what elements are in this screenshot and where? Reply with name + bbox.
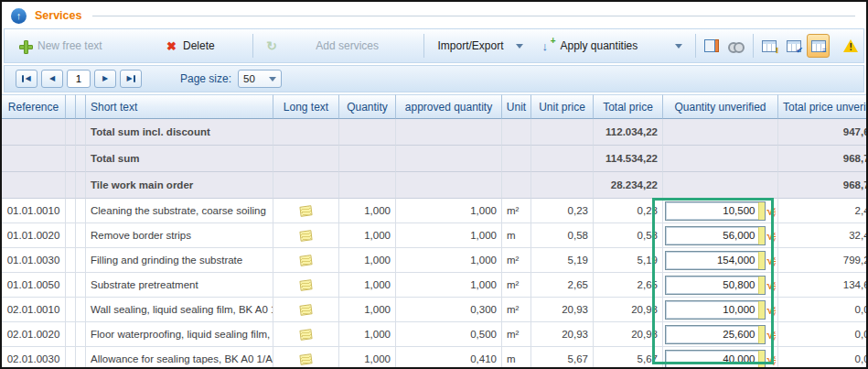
copy-view-button[interactable] bbox=[701, 34, 723, 58]
column-header-spacer bbox=[66, 94, 76, 119]
quantity-unverified-input[interactable]: 25,600 bbox=[665, 325, 766, 344]
quantity-calculation-icon[interactable]: √xy bbox=[767, 353, 776, 365]
cell-quantity bbox=[339, 146, 396, 172]
quantity-unverified-input[interactable]: 10,500 bbox=[665, 201, 766, 221]
apply-quantities-button[interactable]: ↓+ Apply quantities bbox=[532, 33, 691, 59]
cell-quantity_unverified bbox=[663, 119, 778, 146]
column-header-long_text[interactable]: Long text bbox=[273, 94, 339, 119]
long-text-note-icon[interactable] bbox=[299, 329, 312, 341]
first-page-button[interactable]: ◀ bbox=[16, 70, 38, 88]
column-header-unit_price[interactable]: Unit price bbox=[531, 94, 594, 119]
quantity-unverified-value: 154,000 bbox=[666, 255, 758, 266]
table-row[interactable]: 01.01.0030Filling and grinding the subst… bbox=[2, 248, 868, 273]
long-text-note-icon[interactable] bbox=[299, 205, 312, 217]
cell-long_text bbox=[273, 322, 339, 347]
summary-row[interactable]: Tile work main order28.234,22968,78 bbox=[2, 172, 868, 199]
table-row[interactable]: 01.01.0050Substrate pretreatment1,0001,0… bbox=[2, 273, 868, 298]
cell-spacer1 bbox=[66, 146, 76, 172]
cell-unit: m² bbox=[502, 199, 531, 223]
column-header-quantity_unverified[interactable]: Quantity unverified bbox=[663, 94, 778, 119]
section-header: ↑ Services bbox=[2, 2, 866, 27]
quantity-unverified-input[interactable]: 154,000 bbox=[665, 251, 766, 270]
quantity-calculation-icon[interactable]: √xy bbox=[767, 303, 776, 316]
column-header-reference[interactable]: Reference bbox=[2, 94, 66, 119]
chevron-down-icon bbox=[675, 44, 682, 49]
toolbar: New free text ✖ Delete ↻ Add services Im… bbox=[4, 28, 864, 63]
table-tree-view-button[interactable]: ≡ bbox=[807, 34, 830, 58]
cell-approved_quantity: 1,000 bbox=[396, 273, 502, 298]
quantity-calculation-icon[interactable]: √xy bbox=[767, 278, 776, 291]
delete-button[interactable]: ✖ Delete bbox=[157, 33, 249, 59]
cell-unit_price bbox=[531, 119, 594, 146]
navigate-up-icon[interactable]: ↑ bbox=[11, 8, 27, 24]
column-header-unit[interactable]: Unit bbox=[502, 94, 531, 119]
cell-spacer2 bbox=[76, 146, 86, 172]
cell-total_price: 20,93 bbox=[594, 322, 663, 347]
cell-short_text: Cleaning the substrate, coarse soiling bbox=[86, 199, 273, 223]
table-check-view-button[interactable]: ✔ bbox=[782, 34, 805, 58]
table-row[interactable]: 02.01.0020Floor waterproofing, liquid se… bbox=[2, 322, 868, 347]
delete-x-icon: ✖ bbox=[166, 40, 177, 52]
cell-short_text: Total sum bbox=[86, 146, 273, 172]
cell-quantity: 1,000 bbox=[339, 223, 396, 248]
page-size-select[interactable]: 50 bbox=[238, 70, 282, 88]
quantity-unverified-input[interactable]: 50,800 bbox=[665, 276, 766, 295]
cell-quantity_unverified bbox=[663, 146, 778, 172]
cell-reference: 01.01.0010 bbox=[2, 199, 66, 223]
quantity-unverified-input[interactable]: 10,000 bbox=[665, 300, 766, 320]
cell-spacer2 bbox=[76, 298, 86, 322]
quantity-unverified-input[interactable]: 56,000 bbox=[665, 226, 766, 245]
long-text-note-icon[interactable] bbox=[299, 353, 312, 365]
cell-quantity bbox=[339, 172, 396, 199]
column-header-total_price[interactable]: Total price bbox=[594, 94, 663, 119]
prev-page-button[interactable]: ◀ bbox=[41, 70, 63, 88]
last-page-button[interactable]: ▶ bbox=[120, 70, 142, 88]
cell-reference: 01.01.0020 bbox=[2, 223, 66, 248]
next-page-button[interactable]: ▶ bbox=[94, 70, 116, 88]
long-text-note-icon[interactable] bbox=[299, 304, 312, 316]
quantity-calculation-icon[interactable]: √xy bbox=[767, 229, 776, 242]
quantity-calculation-icon[interactable]: √xy bbox=[767, 254, 776, 266]
long-text-note-icon[interactable] bbox=[299, 255, 312, 266]
cell-long_text bbox=[273, 119, 339, 146]
import-export-label: Import/Export bbox=[437, 39, 503, 52]
cell-total_price_unverified: 0,00 bbox=[778, 298, 868, 322]
cell-approved_quantity: 1,000 bbox=[396, 223, 502, 248]
cell-unit: m² bbox=[502, 248, 531, 273]
long-text-note-icon[interactable] bbox=[299, 279, 312, 291]
plus-icon bbox=[19, 40, 31, 52]
quantity-calculation-icon[interactable]: √xy bbox=[767, 328, 776, 341]
binoculars-button[interactable] bbox=[725, 34, 748, 58]
import-export-button[interactable]: Import/Export bbox=[428, 33, 531, 59]
quantity-unverified-value: 10,000 bbox=[666, 304, 758, 315]
column-header-approved_quantity[interactable]: approved quantity bbox=[396, 94, 502, 119]
summary-row[interactable]: Total sum114.534,22968,78 bbox=[2, 146, 868, 172]
summary-row[interactable]: Total sum incl. discount112.034,22947,63 bbox=[2, 119, 868, 146]
page-number-input[interactable] bbox=[67, 70, 91, 88]
column-header-short_text[interactable]: Short text bbox=[86, 94, 273, 119]
table-warning-view-button[interactable]: ! bbox=[758, 34, 781, 58]
cell-quantity: 1,000 bbox=[339, 273, 396, 298]
cell-unit_price: 5,67 bbox=[531, 347, 594, 369]
quantity-calculation-icon[interactable]: √xy bbox=[767, 204, 776, 217]
cell-approved_quantity bbox=[396, 172, 502, 199]
long-text-note-icon[interactable] bbox=[299, 230, 312, 242]
cell-total_price_unverified: 32,48 bbox=[778, 223, 868, 248]
pagination-nav: ◀ ◀ ▶ ▶ bbox=[16, 70, 142, 88]
input-yellow-strip bbox=[758, 351, 765, 368]
toolbar-separator bbox=[252, 34, 253, 58]
table-row[interactable]: 01.01.0020Remove border strips1,0001,000… bbox=[2, 223, 868, 248]
column-header-total_price_unverified[interactable]: Total price unverified bbox=[778, 94, 868, 119]
cell-spacer1 bbox=[66, 298, 76, 322]
quantity-unverified-input[interactable]: 40,000 bbox=[665, 350, 766, 369]
cell-total_price: 5,19 bbox=[594, 248, 663, 273]
cell-quantity_unverified: 25,600√xy bbox=[663, 322, 778, 347]
column-header-quantity[interactable]: Quantity bbox=[339, 94, 396, 119]
table-row[interactable]: 02.01.0010Wall sealing, liquid sealing f… bbox=[2, 298, 868, 322]
input-yellow-strip bbox=[758, 326, 765, 343]
warning-triangle-icon[interactable] bbox=[843, 39, 858, 52]
table-row[interactable]: 01.01.0010Cleaning the substrate, coarse… bbox=[2, 199, 868, 223]
cell-quantity_unverified: 40,000√xy bbox=[663, 347, 778, 369]
table-row[interactable]: 02.01.0030Allowance for sealing tapes, B… bbox=[2, 347, 868, 369]
cell-total_price: 0,23 bbox=[594, 199, 663, 223]
